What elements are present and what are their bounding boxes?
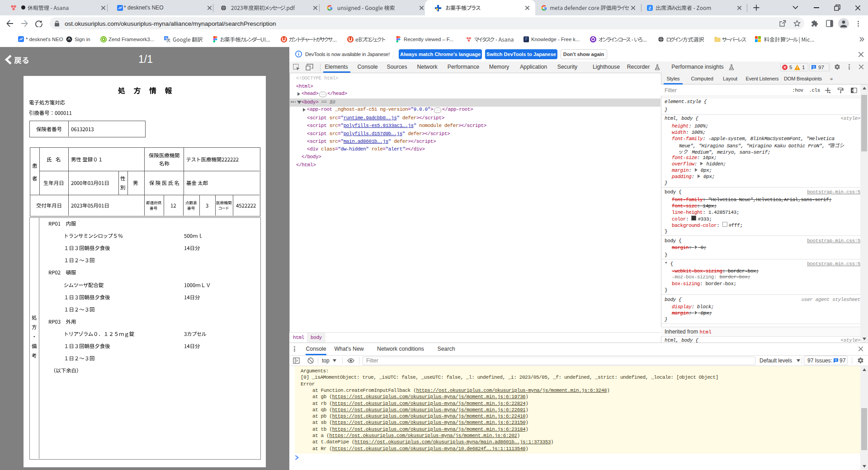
svg-text:Z: Z: [649, 5, 651, 10]
